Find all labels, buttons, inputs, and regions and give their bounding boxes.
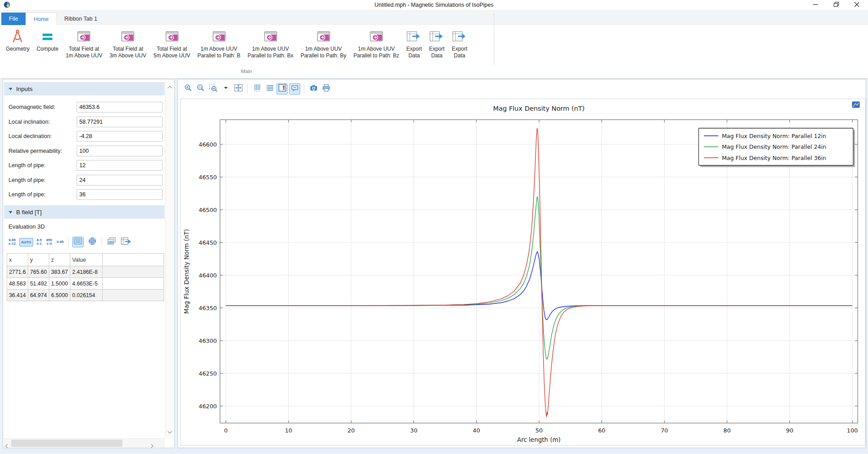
total-field-at-5m-above-uuv-button[interactable]: Total Field at5m Above UUV xyxy=(150,26,194,60)
field-row-local-declination: Local declination: xyxy=(3,129,164,144)
svg-text:Mag Flux Density Norm: Paralle: Mag Flux Density Norm: Parallel 24in xyxy=(722,143,826,150)
table-header-row: xyzValue xyxy=(7,254,164,266)
printer-button[interactable] xyxy=(320,83,332,95)
export-data-button[interactable]: ExportData xyxy=(425,26,448,60)
inputs-section-header[interactable]: Inputs xyxy=(4,82,164,95)
table-cell[interactable]: 765.60 xyxy=(28,266,49,278)
grid-vertical-icon xyxy=(253,83,262,94)
table-cell[interactable]: 4.6653E-5 xyxy=(70,278,103,290)
window-controls xyxy=(805,0,867,10)
format-850e-3-button[interactable]: 850e-3 xyxy=(45,238,53,246)
field-row-relative-permeability: Relative permeability: xyxy=(3,144,164,159)
tooltip-toggle-button[interactable] xyxy=(289,83,300,95)
field-input-local-declination-2[interactable] xyxy=(77,131,163,142)
bfield-section-header[interactable]: B field [T] xyxy=(4,205,164,219)
column-header-y[interactable]: y xyxy=(28,254,49,266)
minimize-button[interactable] xyxy=(805,0,826,10)
table-cell[interactable]: 2771.6 xyxy=(7,266,28,278)
table-row[interactable]: 2771.6765.60383.672.4186E-8 xyxy=(7,266,164,278)
ribbon-button-label: 1m Above UUVParallel to Path: Bz xyxy=(354,46,399,59)
svg-text:100: 100 xyxy=(847,427,858,434)
table-cell[interactable]: 6.5000 xyxy=(49,290,70,301)
column-header-z[interactable]: z xyxy=(49,254,70,266)
polar-view-button[interactable] xyxy=(86,237,98,247)
total-field-at-1m-above-uuv-button[interactable]: Total Field at1m Above UUV xyxy=(62,26,106,60)
zoom-in-button[interactable] xyxy=(182,83,194,95)
1m-above-uuv-parallel-to-path-b-button[interactable]: 1m Above UUVParallel to Path: B xyxy=(194,26,244,60)
plot-canvas[interactable]: 0102030405060708090100462004625046300463… xyxy=(181,99,865,445)
field-input-local-inclination-1[interactable] xyxy=(77,117,163,127)
grid-horizontal-button[interactable] xyxy=(264,83,275,95)
close-button[interactable] xyxy=(846,0,867,10)
field-input-length-of-pipe-5[interactable] xyxy=(77,175,163,186)
format-8-85e-12-button[interactable]: 8.85e-12 xyxy=(8,238,17,246)
settings-vertical-scrollbar[interactable] xyxy=(165,80,174,438)
export-data-button[interactable]: ExportData xyxy=(448,26,471,60)
column-header-value[interactable]: Value xyxy=(70,254,103,266)
table-cell[interactable]: 2.4186E-8 xyxy=(70,266,103,278)
format-auto-button[interactable]: AUTO xyxy=(19,238,33,246)
grid-vertical-button[interactable] xyxy=(251,83,263,95)
zoom-out-button[interactable] xyxy=(195,83,206,95)
svg-text:46600: 46600 xyxy=(199,141,217,148)
field-input-length-of-pipe-6[interactable] xyxy=(77,189,163,200)
copy-table-button[interactable] xyxy=(106,237,117,247)
zoom-box-button[interactable] xyxy=(207,83,219,95)
compute-button[interactable]: Compute xyxy=(33,26,62,53)
export-table-button[interactable] xyxy=(120,237,132,247)
field-label: Relative permeability: xyxy=(9,148,77,154)
field-label: Length of pipe: xyxy=(9,177,77,183)
plot-group-icon[interactable] xyxy=(852,101,860,108)
field-label: Local declination: xyxy=(9,133,77,139)
zoom-extents-button[interactable] xyxy=(233,83,244,95)
restore-button[interactable] xyxy=(826,0,846,10)
export-table-icon xyxy=(121,237,131,247)
tab-file[interactable]: File xyxy=(1,13,26,25)
total-field-at-3m-above-uuv-button[interactable]: Total Field at3m Above UUV xyxy=(106,26,150,60)
svg-text:46200: 46200 xyxy=(199,403,217,410)
plot-figure[interactable]: 0102030405060708090100462004625046300463… xyxy=(180,99,866,445)
svg-text:46300: 46300 xyxy=(199,337,217,344)
scrollbar-thumb[interactable] xyxy=(11,440,122,447)
geometry-button[interactable]: Geometry xyxy=(2,26,33,53)
table-cell[interactable]: 1.5000 xyxy=(49,278,70,290)
scroll-up-icon[interactable] xyxy=(167,82,173,91)
svg-text:46350: 46350 xyxy=(199,305,217,311)
table-view-button[interactable] xyxy=(72,237,84,247)
1m-above-uuv-parallel-to-path-bx-button[interactable]: 1m Above UUVParallel to Path: Bx xyxy=(244,26,297,60)
toolbar-separator xyxy=(304,84,304,93)
table-cell[interactable]: 64.974 xyxy=(28,290,49,301)
tab-home[interactable]: Home xyxy=(26,13,56,25)
field-label: Length of pipe: xyxy=(9,162,77,169)
table-cell[interactable]: 36.414 xyxy=(7,290,28,301)
field-input-length-of-pipe-4[interactable] xyxy=(77,160,163,171)
camera-icon xyxy=(309,83,318,94)
field-input-relative-permeability-3[interactable] xyxy=(77,146,163,156)
table-row[interactable]: 36.41464.9746.50000.026154 xyxy=(7,290,164,301)
1m-above-uuv-parallel-to-path-by-button[interactable]: 1m Above UUVParallel to Path: By xyxy=(297,26,350,60)
table-cell[interactable]: 383.67 xyxy=(49,266,70,278)
column-header-x[interactable]: x xyxy=(7,254,28,266)
settings-horizontal-scrollbar[interactable] xyxy=(4,438,165,447)
table-cell[interactable]: 0.026154 xyxy=(70,290,103,301)
graphics-panel: 0102030405060708090100462004625046300463… xyxy=(177,79,866,448)
table-cell[interactable]: 51.492 xyxy=(28,278,49,290)
legend-toggle-button[interactable] xyxy=(276,83,288,95)
scroll-down-icon[interactable] xyxy=(167,428,173,436)
toolbar-separator xyxy=(68,238,69,246)
table-row[interactable]: 48.56351.4921.50004.6653E-5 xyxy=(7,278,164,290)
format-0-85-button[interactable]: 0.85 xyxy=(56,240,65,245)
tab-ribbon-tab-1[interactable]: Ribbon Tab 1 xyxy=(57,13,105,25)
table-view-icon xyxy=(73,238,82,246)
export-data-button[interactable]: ExportData xyxy=(403,26,426,60)
toolbar-separator xyxy=(247,84,248,93)
table-cell[interactable]: 48.563 xyxy=(7,278,28,290)
camera-button[interactable] xyxy=(308,83,319,95)
format-8-5e-1-button[interactable]: 8.5e-1 xyxy=(36,238,43,246)
plot-icon xyxy=(77,27,91,46)
field-input-geomagnetic-field-0[interactable] xyxy=(77,102,163,112)
dropdown-caret-button[interactable] xyxy=(220,83,231,95)
field-row-length-of-pipe: Length of pipe: xyxy=(3,173,164,188)
1m-above-uuv-parallel-to-path-bz-button[interactable]: 1m Above UUVParallel to Path: Bz xyxy=(350,26,403,60)
svg-text:46400: 46400 xyxy=(199,272,217,279)
